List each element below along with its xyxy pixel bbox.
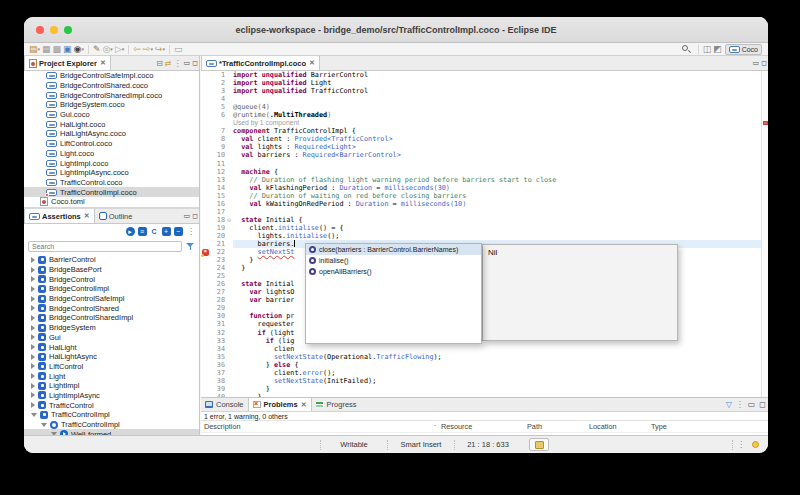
chevron-right-icon[interactable] — [31, 354, 35, 360]
file-item[interactable]: LiftControl.coco — [24, 139, 199, 149]
run-assertions-icon[interactable]: ▸ — [126, 227, 135, 236]
tab-progress[interactable]: Progress — [312, 398, 361, 411]
minimize-view-icon[interactable]: ▭ — [184, 212, 191, 220]
column-header-resource[interactable]: Resource — [438, 422, 524, 431]
search-icon[interactable] — [682, 45, 691, 54]
maximize-view-icon[interactable]: ◻ — [761, 59, 767, 67]
last-edit-location-icon[interactable]: ↪ — [155, 43, 163, 56]
assertion-item[interactable]: TrafficControl — [24, 400, 199, 410]
assertion-item[interactable]: BridgeControlSharedImpl — [24, 313, 199, 323]
tab-console[interactable]: Console — [201, 398, 248, 411]
close-icon[interactable]: ✕ — [100, 59, 106, 67]
tab-trafficcontrolimpl[interactable]: *TrafficControlImpl.coco ✕ — [201, 56, 320, 70]
file-item[interactable]: LightImplAsync.coco — [24, 168, 199, 178]
perspective-debug-icon[interactable]: ◩ — [713, 43, 722, 56]
assertion-item[interactable]: Gui — [24, 333, 199, 343]
editor-presentation-button[interactable] — [529, 438, 549, 451]
file-item[interactable]: Coco.toml — [24, 197, 199, 207]
column-header-location[interactable]: Location — [586, 422, 648, 431]
collapse-all-icon[interactable]: − — [174, 227, 183, 236]
view-menu-icon[interactable]: ⋮ — [174, 59, 182, 68]
chevron-right-icon[interactable] — [31, 257, 35, 263]
open-perspective-icon[interactable]: ◫ — [703, 43, 712, 56]
chevron-right-icon[interactable] — [31, 325, 35, 331]
chevron-right-icon[interactable] — [31, 276, 35, 282]
refresh-icon[interactable]: C — [150, 227, 159, 236]
completion-item[interactable]: close(barriers : BarrierControl.BarrierN… — [306, 244, 481, 255]
dropdown-caret-icon[interactable]: ▾ — [162, 46, 165, 52]
close-icon[interactable]: ✕ — [84, 212, 90, 220]
column-header-type[interactable]: Type — [648, 422, 768, 431]
external-tools-icon[interactable]: ✎ — [93, 43, 101, 56]
error-marker-icon[interactable] — [763, 121, 768, 125]
run-icon[interactable]: ▷ — [115, 43, 122, 56]
minimize-view-icon[interactable]: ▭ — [753, 59, 760, 67]
fold-icon[interactable]: ⊖ — [225, 216, 233, 223]
dropdown-caret-icon[interactable]: ▾ — [38, 46, 41, 52]
assertion-item[interactable]: BridgeSystem — [24, 323, 199, 333]
view-menu-icon[interactable]: ⋮ — [736, 400, 744, 409]
file-item[interactable]: BridgeControlSharedImpl.coco — [24, 90, 199, 100]
assertion-item[interactable]: BridgeControlSafeImpl — [24, 294, 199, 304]
new-wizard-icon[interactable]: ▤ — [29, 43, 38, 56]
save-all-icon[interactable]: ▩ — [53, 43, 62, 56]
view-menu-icon[interactable]: ⋮ — [187, 227, 195, 236]
progress-menu-icon[interactable]: ⋮ — [737, 440, 745, 449]
file-item[interactable]: Gui.coco — [24, 110, 199, 120]
pin-editor-icon[interactable]: ▭ — [174, 43, 183, 56]
link-with-editor-icon[interactable]: ⇄ — [165, 59, 172, 68]
file-item[interactable]: BridgeControlShared.coco — [24, 81, 199, 91]
completion-item[interactable]: initialise() — [306, 255, 481, 266]
assertion-item[interactable]: BridgeControl — [24, 274, 199, 284]
file-item[interactable]: LightImpl.coco — [24, 158, 199, 168]
chevron-right-icon[interactable] — [31, 402, 35, 408]
tab-project-explorer[interactable]: Project Explorer ✕ — [24, 56, 111, 70]
filter-icon[interactable] — [186, 242, 195, 251]
file-item[interactable]: TrafficControl.coco — [24, 178, 199, 188]
collapse-all-icon[interactable]: ⊟ — [156, 59, 163, 68]
search-input[interactable] — [28, 241, 182, 252]
chevron-right-icon[interactable] — [31, 383, 35, 389]
coco-perspective-button[interactable]: Coco — [725, 44, 762, 55]
save-icon[interactable]: ▦ — [42, 43, 51, 56]
assertion-item[interactable]: BridgeControlImpl — [24, 284, 199, 294]
dropdown-caret-icon[interactable]: ▾ — [122, 46, 125, 52]
dropdown-caret-icon[interactable]: ▾ — [81, 46, 84, 52]
chevron-right-icon[interactable] — [31, 392, 35, 398]
file-item[interactable]: Light.coco — [24, 149, 199, 159]
assertion-item[interactable]: BridgeControlShared — [24, 303, 199, 313]
code-editor[interactable]: 1import unqualified BarrierControl2impor… — [201, 71, 768, 397]
chevron-right-icon[interactable] — [31, 363, 35, 369]
chevron-right-icon[interactable] — [31, 315, 35, 321]
chevron-right-icon[interactable] — [31, 305, 35, 311]
overview-ruler[interactable] — [761, 71, 768, 397]
file-item[interactable]: HalLightAsync.coco — [24, 129, 199, 139]
expand-all-icon[interactable]: + — [162, 227, 171, 236]
chevron-right-icon[interactable] — [31, 334, 35, 340]
assertion-item[interactable]: Light — [24, 371, 199, 381]
chevron-right-icon[interactable] — [31, 267, 35, 273]
file-item[interactable]: BridgeControlSafeImpl.coco — [24, 71, 199, 81]
assertion-item[interactable]: LightImpl — [24, 381, 199, 391]
tab-problems[interactable]: Problems✕ — [248, 398, 312, 411]
forward-icon[interactable]: ⇨ — [143, 43, 151, 56]
tab-outline[interactable]: Outline — [95, 209, 137, 223]
maximize-view-icon[interactable]: ◻ — [192, 59, 198, 67]
assertion-item[interactable]: BarrierControl — [24, 255, 199, 265]
minimize-view-icon[interactable]: ▭ — [748, 400, 756, 409]
file-item[interactable]: BridgeSystem.coco — [24, 100, 199, 110]
assertion-item[interactable]: LightImplAsync — [24, 391, 199, 401]
tab-assertions[interactable]: Assertions ✕ — [24, 209, 95, 223]
completion-item[interactable]: openAllBarriers() — [306, 266, 481, 277]
console-view-icon[interactable]: ▣ — [63, 43, 72, 56]
coco-launch-icon[interactable]: ◉ — [74, 43, 82, 56]
assertion-item[interactable]: HalLight — [24, 342, 199, 352]
filter-icon[interactable]: ▽ — [726, 400, 732, 409]
file-item[interactable]: HalLight.coco — [24, 119, 199, 129]
assertion-item[interactable]: BridgeBasePort — [24, 265, 199, 275]
maximize-view-icon[interactable]: ◻ — [759, 400, 766, 409]
assertion-item[interactable]: LiftControl — [24, 362, 199, 372]
chevron-right-icon[interactable] — [31, 296, 35, 302]
assertion-item[interactable]: HalLightAsync — [24, 352, 199, 362]
chevron-down-icon[interactable] — [41, 423, 47, 427]
